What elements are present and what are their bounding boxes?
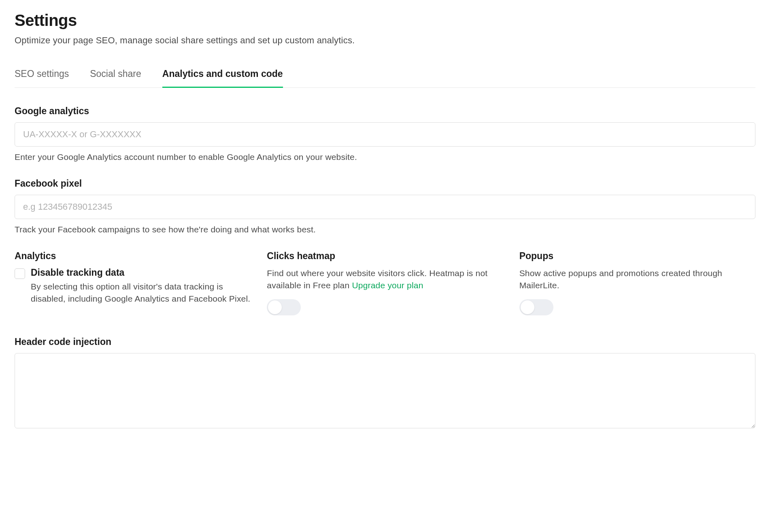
google-analytics-block: Google analytics Enter your Google Analy… bbox=[15, 106, 755, 162]
disable-tracking-text: Disable tracking data By selecting this … bbox=[31, 267, 251, 305]
page-subtitle: Optimize your page SEO, manage social sh… bbox=[15, 35, 755, 46]
popups-column: Popups Show active popups and promotions… bbox=[519, 251, 755, 315]
tabs-bar: SEO settings Social share Analytics and … bbox=[15, 68, 755, 88]
popups-title: Popups bbox=[519, 251, 755, 262]
facebook-pixel-block: Facebook pixel Track your Facebook campa… bbox=[15, 178, 755, 234]
popups-desc: Show active popups and promotions create… bbox=[519, 267, 755, 292]
page-title: Settings bbox=[15, 11, 755, 30]
tab-seo-settings[interactable]: SEO settings bbox=[15, 68, 69, 88]
facebook-pixel-label: Facebook pixel bbox=[15, 178, 755, 189]
heatmap-title: Clicks heatmap bbox=[267, 251, 503, 262]
google-analytics-help: Enter your Google Analytics account numb… bbox=[15, 152, 755, 162]
facebook-pixel-help: Track your Facebook campaigns to see how… bbox=[15, 225, 755, 234]
upgrade-plan-link[interactable]: Upgrade your plan bbox=[352, 281, 423, 290]
header-injection-textarea[interactable] bbox=[15, 353, 755, 428]
disable-tracking-row: Disable tracking data By selecting this … bbox=[15, 267, 251, 305]
heatmap-column: Clicks heatmap Find out where your websi… bbox=[267, 251, 503, 315]
tab-social-share[interactable]: Social share bbox=[90, 68, 141, 88]
google-analytics-input[interactable] bbox=[15, 122, 755, 147]
options-row: Analytics Disable tracking data By selec… bbox=[15, 251, 755, 315]
disable-tracking-label: Disable tracking data bbox=[31, 267, 251, 278]
analytics-title: Analytics bbox=[15, 251, 251, 262]
analytics-column: Analytics Disable tracking data By selec… bbox=[15, 251, 251, 315]
header-injection-block: Header code injection bbox=[15, 336, 755, 430]
disable-tracking-checkbox[interactable] bbox=[15, 268, 25, 279]
heatmap-desc: Find out where your website visitors cli… bbox=[267, 267, 503, 292]
popups-toggle[interactable] bbox=[519, 299, 553, 315]
heatmap-toggle-knob bbox=[268, 300, 282, 314]
disable-tracking-desc: By selecting this option all visitor's d… bbox=[31, 282, 250, 303]
heatmap-toggle[interactable] bbox=[267, 299, 301, 315]
header-injection-label: Header code injection bbox=[15, 336, 755, 347]
popups-toggle-knob bbox=[521, 300, 534, 314]
tab-analytics-custom-code[interactable]: Analytics and custom code bbox=[162, 68, 283, 88]
facebook-pixel-input[interactable] bbox=[15, 195, 755, 219]
google-analytics-label: Google analytics bbox=[15, 106, 755, 117]
